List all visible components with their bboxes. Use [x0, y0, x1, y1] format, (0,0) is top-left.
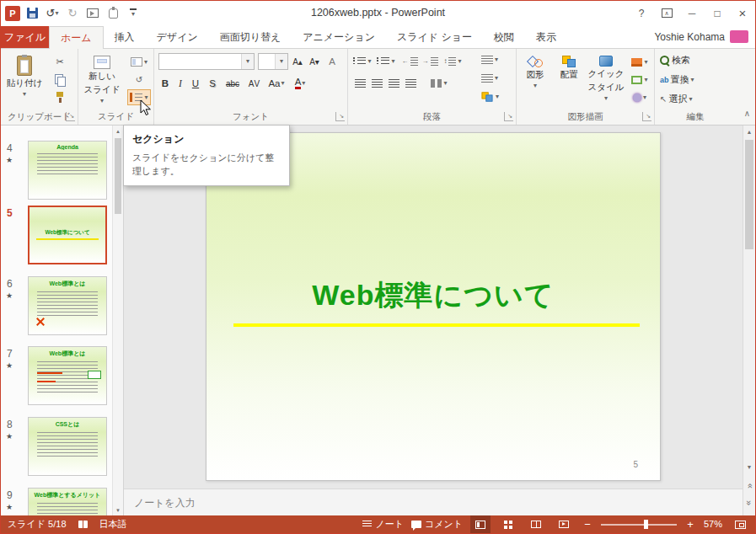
decrease-indent-button[interactable]: ←	[401, 53, 418, 69]
previous-slide-button[interactable]: »	[743, 479, 755, 492]
tab-review[interactable]: 校閲	[483, 26, 525, 48]
bullets-button[interactable]: ▾	[352, 53, 373, 69]
format-painter-button[interactable]	[48, 89, 72, 105]
thumbnails-scrollbar-thumb[interactable]	[115, 138, 121, 214]
thumbnails-scroll-up-button[interactable]: ▲	[113, 125, 123, 136]
slide-thumbnail[interactable]: CSSとは	[28, 417, 107, 476]
zoom-slider-thumb[interactable]	[644, 520, 648, 529]
redo-button[interactable]: ↻	[64, 4, 81, 23]
slide-thumbnail[interactable]: Agenda	[28, 141, 107, 200]
justify-button[interactable]	[403, 75, 418, 91]
ribbon-display-options-button[interactable]: ∧	[654, 1, 679, 25]
align-left-button[interactable]	[352, 75, 367, 91]
align-text-button[interactable]: ▾	[471, 70, 508, 86]
tab-insert[interactable]: 挿入	[104, 26, 146, 48]
line-spacing-button[interactable]: ↕▾	[442, 53, 464, 69]
slide-thumbnail[interactable]: Web標準とは	[28, 276, 107, 335]
select-button[interactable]: ↖選択▾	[660, 91, 731, 107]
character-spacing-button[interactable]: AV	[246, 75, 263, 92]
arrange-button[interactable]: 配置	[553, 51, 585, 110]
reading-view-button[interactable]	[526, 515, 546, 533]
fit-to-window-button[interactable]	[730, 515, 750, 533]
increase-indent-button[interactable]: →	[421, 53, 438, 69]
bold-button[interactable]: B	[158, 75, 172, 92]
quick-styles-button[interactable]: クイック スタイル ▾	[587, 51, 625, 110]
tab-file[interactable]: ファイル	[1, 26, 49, 48]
zoom-out-button[interactable]: −	[582, 518, 593, 531]
reset-button[interactable]: ↺	[127, 72, 151, 88]
minimize-button[interactable]: ─	[679, 1, 705, 25]
touch-mode-button[interactable]	[105, 4, 121, 23]
dialog-launcher-font[interactable]: ↘	[335, 112, 345, 121]
powerpoint-logo-icon[interactable]: P	[5, 6, 20, 21]
slide-thumbnail-selected[interactable]: Web標準について	[28, 206, 107, 264]
help-button[interactable]: ?	[629, 1, 654, 25]
align-center-button[interactable]	[369, 75, 384, 91]
shape-outline-button[interactable]: ▾	[629, 72, 651, 88]
thumbnails-scroll-down-button[interactable]: ▼	[113, 505, 123, 515]
thumbnails-scrollbar[interactable]: ▲ ▼	[112, 125, 123, 515]
strikethrough-button[interactable]: abc	[223, 75, 243, 92]
columns-button[interactable]: ▾	[428, 75, 450, 91]
zoom-in-button[interactable]: +	[684, 518, 696, 531]
zoom-percentage[interactable]: 57%	[704, 515, 722, 533]
change-case-button[interactable]: Aa▾	[266, 75, 287, 92]
font-name-combobox[interactable]: ▾	[158, 53, 255, 70]
next-slide-button[interactable]: »	[743, 496, 755, 509]
italic-button[interactable]: I	[174, 75, 187, 92]
slideshow-view-button[interactable]	[554, 515, 574, 533]
tab-slide-show[interactable]: スライド ショー	[386, 26, 483, 48]
start-slideshow-qat-button[interactable]	[84, 4, 101, 23]
paste-button[interactable]: 貼り付け ▾	[5, 51, 44, 110]
tab-transitions[interactable]: 画面切り替え	[209, 26, 292, 48]
underline-button[interactable]: U	[189, 75, 202, 92]
notes-pane[interactable]: ノートを入力	[124, 489, 743, 515]
zoom-slider[interactable]	[601, 515, 677, 533]
dialog-launcher-drawing[interactable]: ↘	[642, 112, 651, 121]
notes-placeholder[interactable]: ノートを入力	[134, 496, 196, 510]
convert-smartart-button[interactable]: ▾	[471, 88, 508, 104]
slide-sorter-view-button[interactable]	[498, 515, 518, 533]
font-color-button[interactable]: A▾	[290, 75, 310, 92]
dialog-launcher-clipboard[interactable]: ↘	[66, 112, 75, 121]
decrease-font-size-button[interactable]: A▾	[307, 53, 322, 70]
clear-formatting-button[interactable]: A	[324, 53, 340, 70]
slide-title[interactable]: Web標準について	[206, 275, 660, 315]
copy-button[interactable]	[48, 72, 72, 88]
title-underline-shape[interactable]	[233, 323, 640, 327]
dialog-launcher-paragraph[interactable]: ↘	[504, 112, 513, 121]
spell-check-button[interactable]	[78, 515, 88, 533]
close-button[interactable]: ×	[730, 1, 755, 25]
tab-animations[interactable]: アニメーション	[292, 26, 386, 48]
collapse-ribbon-button[interactable]: ∧	[744, 109, 750, 118]
scroll-up-button[interactable]: ▲	[743, 125, 755, 138]
account-area[interactable]: Yoshie Kohama	[654, 25, 748, 48]
shapes-button[interactable]: 図形 ▾	[519, 51, 551, 110]
slide-counter[interactable]: スライド 5/18	[8, 515, 67, 533]
shape-effects-button[interactable]: ▾	[629, 89, 651, 105]
maximize-button[interactable]: □	[705, 1, 730, 25]
scrollbar-thumb[interactable]	[745, 140, 753, 249]
comments-toggle[interactable]: コメント	[411, 515, 463, 533]
text-shadow-button[interactable]: S	[206, 75, 219, 92]
tab-design[interactable]: デザイン	[146, 26, 209, 48]
slide-thumbnail[interactable]: Web標準とするメリット	[28, 488, 107, 515]
tab-home[interactable]: ホーム	[49, 26, 104, 49]
undo-button[interactable]: ↺▾	[44, 4, 61, 23]
font-size-combobox[interactable]: ▾	[258, 53, 288, 70]
new-slide-button[interactable]: 新しい スライド ▾	[81, 51, 123, 110]
language-indicator[interactable]: 日本語	[99, 515, 127, 533]
save-button[interactable]	[24, 4, 40, 23]
tab-view[interactable]: 表示	[525, 26, 567, 48]
scroll-down-button[interactable]: ▼	[743, 461, 755, 473]
replace-button[interactable]: ab置換▾	[660, 72, 731, 88]
cut-button[interactable]: ✂	[48, 54, 72, 70]
normal-view-button[interactable]	[470, 515, 491, 533]
notes-toggle[interactable]: ノート	[362, 515, 404, 533]
find-button[interactable]: 検索	[660, 52, 731, 68]
numbering-button[interactable]: ▾	[376, 53, 396, 69]
vertical-scrollbar[interactable]: ▲ ▼ » »	[743, 125, 755, 515]
align-right-button[interactable]	[386, 75, 401, 91]
customize-qat-button[interactable]: ▾	[125, 4, 142, 23]
shape-fill-button[interactable]: ▾	[629, 54, 651, 70]
